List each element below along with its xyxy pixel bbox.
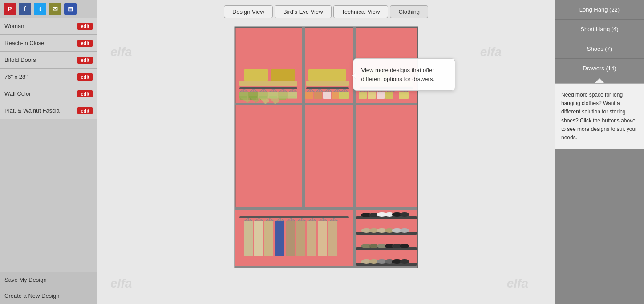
watermark-top-right: elfa <box>480 45 502 59</box>
svg-rect-82 <box>286 221 295 256</box>
svg-rect-59 <box>385 92 393 99</box>
watermark-bottom-left: elfa <box>110 276 132 291</box>
sidebar-item-bifold-doors: Bifold Doors edit <box>0 52 97 69</box>
sidebar-item-dimensions: 76" x 28" edit <box>0 69 97 85</box>
tab-birds-eye-view[interactable]: Bird's Eye View <box>275 5 332 18</box>
edit-button-fascia[interactable]: edit <box>77 107 93 114</box>
drawers-button[interactable]: Drawers (14) <box>555 59 644 78</box>
long-hang-button[interactable]: Long Hang (22) <box>555 0 644 20</box>
svg-rect-43 <box>305 92 313 99</box>
short-hang-button[interactable]: Short Hang (4) <box>555 20 644 39</box>
svg-rect-65 <box>269 96 277 98</box>
svg-rect-7 <box>271 69 295 81</box>
svg-rect-78 <box>264 221 273 256</box>
email-icon[interactable]: ✉ <box>49 3 61 15</box>
shoes-button[interactable]: Shoes (7) <box>555 39 644 59</box>
sidebar-label-reach-in-closet: Reach-In Closet <box>4 40 46 46</box>
svg-rect-84 <box>296 221 305 256</box>
pinterest-icon[interactable]: P <box>4 3 16 15</box>
print-icon[interactable]: ⊟ <box>64 3 77 15</box>
svg-rect-67 <box>288 96 296 98</box>
svg-rect-86 <box>307 221 316 256</box>
facebook-icon[interactable]: f <box>19 3 31 15</box>
sidebar-label-bifold-doors: Bifold Doors <box>4 57 36 63</box>
svg-rect-66 <box>279 96 287 98</box>
svg-rect-4 <box>235 103 417 105</box>
svg-rect-47 <box>323 92 331 99</box>
left-sidebar: P f t ✉ ⊟ Woman edit Reach-In Closet edi… <box>0 0 97 304</box>
svg-rect-55 <box>368 92 376 99</box>
edit-button-bifold-doors[interactable]: edit <box>77 57 93 64</box>
edit-button-wall-color[interactable]: edit <box>77 90 93 97</box>
svg-rect-36 <box>239 92 248 100</box>
svg-rect-64 <box>259 96 267 98</box>
svg-rect-2 <box>302 27 305 210</box>
svg-rect-74 <box>244 221 253 256</box>
sidebar-label-woman: Woman <box>4 23 24 29</box>
svg-rect-80 <box>275 221 284 256</box>
edit-button-dimensions[interactable]: edit <box>77 73 93 81</box>
svg-rect-90 <box>328 221 337 256</box>
social-bar: P f t ✉ ⊟ <box>0 0 97 18</box>
watermark-bottom-right: elfa <box>507 276 528 291</box>
svg-rect-12 <box>239 87 297 89</box>
svg-rect-62 <box>239 96 247 98</box>
svg-rect-13 <box>306 87 349 89</box>
svg-rect-119 <box>235 266 417 268</box>
design-canvas: elfa elfa elfa elfa <box>97 23 555 304</box>
svg-rect-53 <box>359 92 367 99</box>
sidebar-label-wall-color: Wall Color <box>4 90 31 97</box>
sidebar-label-fascia: Plat. & Walnut Fascia <box>4 107 60 114</box>
right-sidebar: Long Hang (22) Short Hang (4) Shoes (7) … <box>555 0 644 304</box>
right-info-box: Need more space for long hanging clothes… <box>555 83 644 149</box>
svg-point-111 <box>400 244 409 248</box>
tab-clothing[interactable]: Clothing <box>390 5 428 18</box>
svg-rect-76 <box>254 221 263 256</box>
right-info-text: Need more space for long hanging clothes… <box>561 92 637 141</box>
create-new-design-button[interactable]: Create a New Design <box>0 288 97 304</box>
tab-design-view[interactable]: Design View <box>224 5 273 18</box>
tab-technical-view[interactable]: Technical View <box>333 5 389 18</box>
svg-rect-6 <box>244 69 268 81</box>
sidebar-item-reach-in-closet: Reach-In Closet edit <box>0 35 97 52</box>
svg-rect-3 <box>353 27 356 210</box>
svg-rect-57 <box>377 92 385 99</box>
sidebar-label-dimensions: 76" x 28" <box>4 73 28 80</box>
tooltip-bubble: View more designs that offer different o… <box>353 58 455 91</box>
svg-rect-37 <box>248 92 258 100</box>
svg-rect-88 <box>318 221 327 256</box>
svg-rect-63 <box>249 96 257 98</box>
svg-point-97 <box>400 212 409 217</box>
svg-rect-5 <box>239 81 297 86</box>
view-tabs-bar: Design View Bird's Eye View Technical Vi… <box>97 0 555 23</box>
svg-rect-9 <box>308 69 346 81</box>
svg-rect-71 <box>353 210 356 268</box>
sidebar-item-fascia: Plat. & Walnut Fascia edit <box>0 102 97 119</box>
main-canvas-area: Design View Bird's Eye View Technical Vi… <box>97 0 555 304</box>
svg-rect-49 <box>332 92 340 99</box>
sidebar-item-wall-color: Wall Color edit <box>0 85 97 102</box>
tooltip-text: View more designs that offer different o… <box>361 67 435 82</box>
edit-button-woman[interactable]: edit <box>77 23 93 30</box>
svg-rect-8 <box>306 81 349 86</box>
watermark-top-left: elfa <box>110 45 132 59</box>
svg-rect-51 <box>339 92 349 99</box>
svg-rect-61 <box>399 92 409 99</box>
twitter-icon[interactable]: t <box>34 3 46 15</box>
svg-point-118 <box>400 259 409 264</box>
sidebar-item-woman: Woman edit <box>0 18 97 35</box>
svg-rect-45 <box>314 92 322 99</box>
save-my-design-button[interactable]: Save My Design <box>0 272 97 288</box>
edit-button-reach-in-closet[interactable]: edit <box>77 40 93 47</box>
svg-rect-72 <box>239 216 349 218</box>
svg-point-104 <box>400 228 409 233</box>
